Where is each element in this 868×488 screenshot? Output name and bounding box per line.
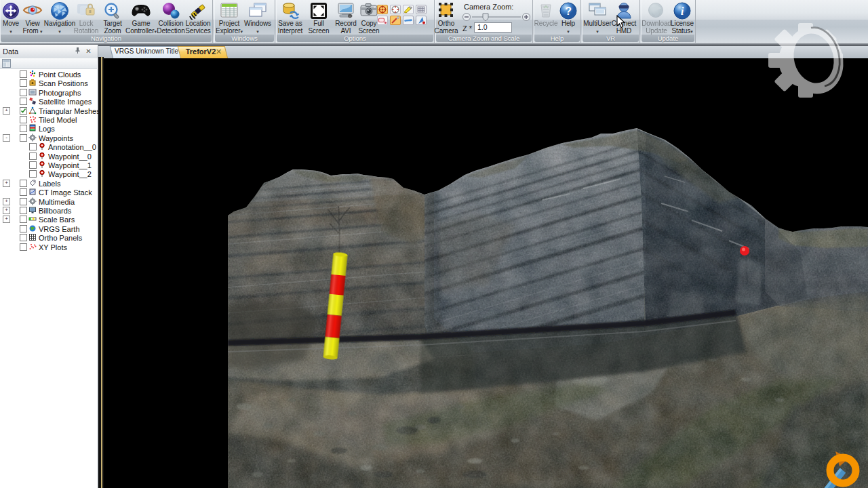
svg-text:?: ? [565, 5, 572, 17]
svg-text:i: i [681, 5, 684, 18]
